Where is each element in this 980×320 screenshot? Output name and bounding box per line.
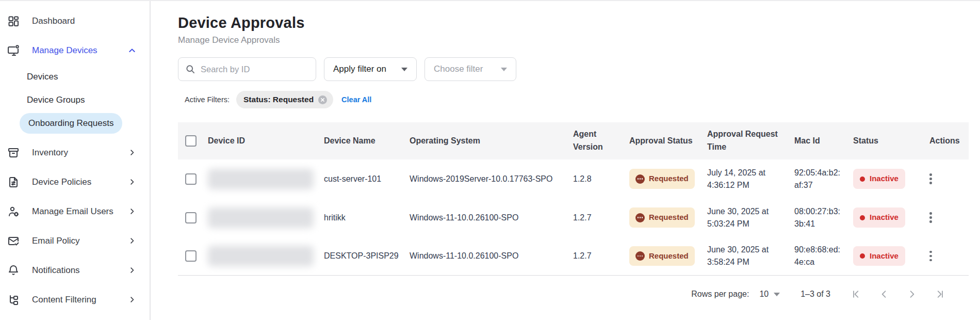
page-title: Device Approvals [178,14,970,31]
sidebar-item-inventory[interactable]: Inventory [0,138,150,167]
sidebar-item-label: Dashboard [32,16,75,26]
table-row: hritikk Windows-11-10.0.26100-SPO 1.2.7 … [178,198,969,237]
filter-chip-status-requested[interactable]: Status: Requested [236,91,333,108]
kebab-menu-icon[interactable] [921,212,932,223]
status-badge: Inactive [853,246,905,266]
status-dot-icon [860,215,865,220]
search-icon [185,64,195,74]
sidebar-item-device-groups[interactable]: Device Groups [0,88,150,111]
column-header-approval-request-time: Approval Request Time [707,128,794,154]
row-checkbox[interactable] [185,212,197,223]
device-id-redacted [208,169,314,189]
apply-filter-dropdown[interactable]: Apply filter on [324,57,417,81]
agent-version-cell: 1.2.7 [573,250,629,262]
bell-icon [7,264,20,277]
column-header-agent-version: Agent Version [573,128,629,154]
kebab-menu-icon[interactable] [921,173,932,184]
ellipsis-circle-icon [635,213,645,222]
sidebar-item-label: Onboarding Requests [20,113,122,134]
operating-system-cell: Windows-2019Server-10.0.17763-SPO [410,173,573,185]
sidebar-item-label: Devices [27,72,58,82]
caret-down-icon [401,68,407,71]
column-header-status: Status [853,135,921,148]
app-window: Dashboard Manage Devices Devices Device … [0,0,980,320]
apply-filter-label: Apply filter on [333,64,386,74]
sidebar-item-label: Manage Email Users [32,206,113,217]
sidebar-item-devices[interactable]: Devices [0,65,150,88]
device-id-redacted [208,246,314,266]
dashboard-grid-icon [7,15,20,27]
sidebar-item-dashboard[interactable]: Dashboard [0,6,150,36]
ellipsis-circle-icon [635,174,645,184]
sidebar-item-label: Device Policies [32,177,91,187]
select-all-checkbox[interactable] [185,135,197,147]
device-name-cell: cust-server-101 [324,173,410,185]
chevron-right-icon[interactable] [126,178,138,186]
status-badge: Inactive [853,207,905,228]
sidebar-item-label: Notifications [32,265,80,276]
sidebar: Dashboard Manage Devices Devices Device … [0,1,151,320]
chevron-up-icon[interactable] [126,46,138,55]
sidebar-item-device-policies[interactable]: Device Policies [0,167,150,197]
table-row: cust-server-101 Windows-2019Server-10.0.… [178,159,969,198]
policy-document-icon [7,176,20,188]
device-id-redacted [208,207,314,228]
last-page-icon[interactable] [935,289,945,299]
pagination-range: 1–3 of 3 [801,290,830,299]
agent-version-cell: 1.2.7 [573,212,629,224]
choose-filter-dropdown[interactable]: Choose filter [424,57,516,81]
chevron-right-icon[interactable] [126,266,138,274]
chevron-right-icon[interactable] [126,296,138,303]
sidebar-item-label: Content Filtering [32,295,96,305]
sidebar-item-label: Manage Devices [32,45,97,56]
sidebar-item-content-filtering[interactable]: Content Filtering [0,285,150,314]
next-page-icon[interactable] [907,289,917,299]
envelope-check-icon [7,235,20,247]
agent-version-cell: 1.2.8 [573,173,629,185]
sidebar-item-onboarding-requests[interactable]: Onboarding Requests [0,111,150,135]
status-dot-icon [860,177,865,182]
row-checkbox[interactable] [185,173,197,185]
chevron-right-icon[interactable] [126,149,138,156]
column-header-operating-system: Operating System [410,135,573,148]
operating-system-cell: Windows-11-10.0.26100-SPO [410,250,573,262]
rows-per-page-select[interactable]: 10 [759,290,780,299]
column-header-device-name: Device Name [324,135,410,148]
main-content: Device Approvals Manage Device Approvals… [151,1,980,320]
close-circle-icon[interactable] [318,95,327,104]
search-input[interactable] [201,65,309,74]
pager [851,289,945,299]
approval-status-badge: Requested [629,207,695,228]
request-time-cell: June 30, 2025 at 3:58:24 PM [707,244,794,268]
sidebar-item-label: Email Policy [32,236,80,246]
request-time-cell: June 30, 2025 at 5:03:24 PM [707,205,794,230]
row-checkbox[interactable] [185,250,197,262]
device-approvals-table: Device ID Device Name Operating System A… [178,122,969,299]
filter-chip-label: Status: Requested [243,95,314,104]
device-name-cell: hritikk [324,212,410,224]
column-header-device-id: Device ID [208,135,324,148]
caret-down-icon [501,68,507,71]
chevron-right-icon[interactable] [126,237,138,245]
mac-id-cell: 08:00:27:b3:3b:41 [794,205,853,230]
prev-page-icon[interactable] [879,289,889,299]
ellipsis-circle-icon [635,251,645,261]
first-page-icon[interactable] [851,289,861,299]
operating-system-cell: Windows-11-10.0.26100-SPO [410,212,573,224]
sidebar-item-notifications[interactable]: Notifications [0,255,150,285]
table-header-row: Device ID Device Name Operating System A… [178,122,969,159]
device-name-cell: DESKTOP-3PISP29 [324,250,410,262]
table-pagination-footer: Rows per page: 10 1–3 of 3 [178,289,969,299]
sidebar-item-label: Inventory [32,148,68,158]
search-box[interactable] [178,57,316,81]
chevron-right-icon[interactable] [126,207,138,215]
request-time-cell: July 14, 2025 at 4:36:12 PM [707,167,794,191]
sidebar-item-manage-email-users[interactable]: Manage Email Users [0,197,150,226]
inventory-box-icon [7,147,20,159]
sidebar-item-manage-devices[interactable]: Manage Devices [0,36,150,65]
kebab-menu-icon[interactable] [921,251,932,262]
sidebar-item-label: Device Groups [27,95,85,105]
choose-filter-label: Choose filter [434,64,483,74]
sidebar-item-email-policy[interactable]: Email Policy [0,226,150,255]
clear-all-link[interactable]: Clear All [341,95,371,104]
